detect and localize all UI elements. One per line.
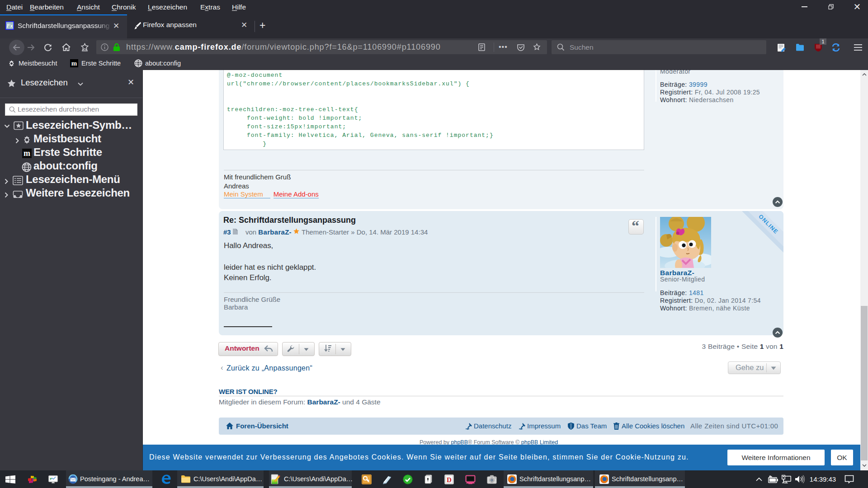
svg-text:Fx: Fx <box>6 23 13 29</box>
svg-text:D: D <box>447 476 452 483</box>
